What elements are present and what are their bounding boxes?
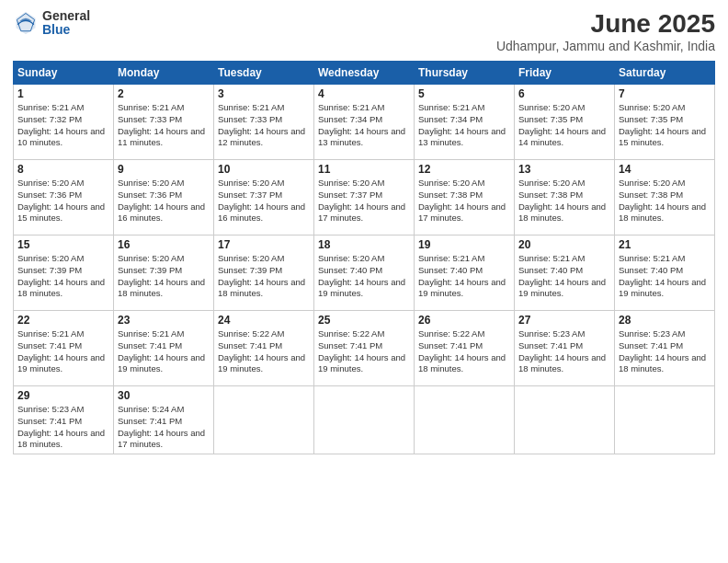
col-monday: Monday: [114, 62, 214, 85]
table-row: [615, 386, 715, 454]
col-thursday: Thursday: [415, 62, 515, 85]
day-info: Sunrise: 5:20 AMSunset: 7:35 PMDaylight:…: [518, 102, 610, 149]
day-number: 7: [619, 87, 711, 100]
month-title: June 2025: [496, 9, 715, 39]
table-row: 23 Sunrise: 5:21 AMSunset: 7:41 PMDaylig…: [114, 311, 214, 386]
table-row: 27 Sunrise: 5:23 AMSunset: 7:41 PMDaylig…: [515, 311, 615, 386]
day-number: 27: [518, 314, 610, 327]
table-row: 29 Sunrise: 5:23 AMSunset: 7:41 PMDaylig…: [14, 386, 114, 454]
table-row: 25 Sunrise: 5:22 AMSunset: 7:41 PMDaylig…: [314, 311, 415, 386]
table-row: 12 Sunrise: 5:20 AMSunset: 7:38 PMDaylig…: [415, 160, 515, 236]
day-info: Sunrise: 5:23 AMSunset: 7:41 PMDaylight:…: [619, 328, 711, 375]
day-info: Sunrise: 5:20 AMSunset: 7:39 PMDaylight:…: [118, 253, 210, 300]
day-number: 12: [418, 163, 510, 176]
day-info: Sunrise: 5:20 AMSunset: 7:37 PMDaylight:…: [318, 178, 410, 224]
day-info: Sunrise: 5:20 AMSunset: 7:40 PMDaylight:…: [318, 253, 410, 300]
day-info: Sunrise: 5:22 AMSunset: 7:41 PMDaylight:…: [418, 328, 510, 375]
day-info: Sunrise: 5:21 AMSunset: 7:40 PMDaylight:…: [418, 253, 510, 300]
calendar-header-row: Sunday Monday Tuesday Wednesday Thursday…: [14, 62, 715, 85]
table-row: [214, 386, 314, 454]
calendar-row: 22 Sunrise: 5:21 AMSunset: 7:41 PMDaylig…: [14, 311, 715, 386]
day-number: 18: [318, 238, 410, 251]
table-row: 17 Sunrise: 5:20 AMSunset: 7:39 PMDaylig…: [214, 236, 314, 311]
table-row: [415, 386, 515, 454]
calendar-row: 1 Sunrise: 5:21 AMSunset: 7:32 PMDayligh…: [14, 85, 715, 160]
page: General Blue June 2025 Udhampur, Jammu a…: [0, 0, 728, 563]
day-number: 26: [418, 314, 510, 327]
day-number: 11: [318, 163, 410, 176]
logo: General Blue: [13, 9, 90, 38]
table-row: 11 Sunrise: 5:20 AMSunset: 7:37 PMDaylig…: [314, 160, 415, 236]
day-info: Sunrise: 5:20 AMSunset: 7:36 PMDaylight:…: [118, 178, 210, 224]
table-row: 6 Sunrise: 5:20 AMSunset: 7:35 PMDayligh…: [515, 85, 615, 160]
table-row: 28 Sunrise: 5:23 AMSunset: 7:41 PMDaylig…: [615, 311, 715, 386]
day-number: 21: [619, 238, 711, 251]
day-info: Sunrise: 5:20 AMSunset: 7:38 PMDaylight:…: [418, 178, 510, 224]
day-info: Sunrise: 5:23 AMSunset: 7:41 PMDaylight:…: [518, 328, 610, 375]
day-number: 14: [619, 163, 711, 176]
day-info: Sunrise: 5:21 AMSunset: 7:34 PMDaylight:…: [418, 102, 510, 149]
table-row: 20 Sunrise: 5:21 AMSunset: 7:40 PMDaylig…: [515, 236, 615, 311]
day-number: 9: [118, 163, 210, 176]
day-info: Sunrise: 5:22 AMSunset: 7:41 PMDaylight:…: [218, 328, 310, 375]
logo-icon: [13, 10, 39, 36]
day-info: Sunrise: 5:20 AMSunset: 7:39 PMDaylight:…: [218, 253, 310, 300]
day-info: Sunrise: 5:24 AMSunset: 7:41 PMDaylight:…: [118, 404, 210, 451]
day-number: 5: [418, 87, 510, 100]
col-tuesday: Tuesday: [214, 62, 314, 85]
table-row: 4 Sunrise: 5:21 AMSunset: 7:34 PMDayligh…: [314, 85, 415, 160]
day-info: Sunrise: 5:20 AMSunset: 7:37 PMDaylight:…: [218, 178, 310, 224]
table-row: 10 Sunrise: 5:20 AMSunset: 7:37 PMDaylig…: [214, 160, 314, 236]
col-friday: Friday: [515, 62, 615, 85]
col-sunday: Sunday: [14, 62, 114, 85]
day-number: 29: [17, 389, 109, 402]
table-row: [314, 386, 415, 454]
day-info: Sunrise: 5:21 AMSunset: 7:41 PMDaylight:…: [17, 328, 109, 375]
day-number: 25: [318, 314, 410, 327]
day-info: Sunrise: 5:22 AMSunset: 7:41 PMDaylight:…: [318, 328, 410, 375]
table-row: 24 Sunrise: 5:22 AMSunset: 7:41 PMDaylig…: [214, 311, 314, 386]
day-number: 30: [118, 389, 210, 402]
day-number: 24: [218, 314, 310, 327]
header: General Blue June 2025 Udhampur, Jammu a…: [13, 9, 715, 53]
day-number: 13: [518, 163, 610, 176]
day-info: Sunrise: 5:21 AMSunset: 7:41 PMDaylight:…: [118, 328, 210, 375]
col-wednesday: Wednesday: [314, 62, 415, 85]
day-number: 22: [17, 314, 109, 327]
calendar: Sunday Monday Tuesday Wednesday Thursday…: [13, 61, 715, 454]
table-row: 3 Sunrise: 5:21 AMSunset: 7:33 PMDayligh…: [214, 85, 314, 160]
day-number: 20: [518, 238, 610, 251]
day-number: 15: [17, 238, 109, 251]
calendar-body: 1 Sunrise: 5:21 AMSunset: 7:32 PMDayligh…: [14, 85, 715, 454]
day-info: Sunrise: 5:21 AMSunset: 7:32 PMDaylight:…: [17, 102, 109, 149]
table-row: 21 Sunrise: 5:21 AMSunset: 7:40 PMDaylig…: [615, 236, 715, 311]
table-row: 5 Sunrise: 5:21 AMSunset: 7:34 PMDayligh…: [415, 85, 515, 160]
day-number: 16: [118, 238, 210, 251]
day-info: Sunrise: 5:21 AMSunset: 7:40 PMDaylight:…: [518, 253, 610, 300]
table-row: 15 Sunrise: 5:20 AMSunset: 7:39 PMDaylig…: [14, 236, 114, 311]
day-number: 28: [619, 314, 711, 327]
day-info: Sunrise: 5:20 AMSunset: 7:38 PMDaylight:…: [518, 178, 610, 224]
calendar-row: 8 Sunrise: 5:20 AMSunset: 7:36 PMDayligh…: [14, 160, 715, 236]
calendar-row: 15 Sunrise: 5:20 AMSunset: 7:39 PMDaylig…: [14, 236, 715, 311]
day-info: Sunrise: 5:20 AMSunset: 7:39 PMDaylight:…: [17, 253, 109, 300]
day-info: Sunrise: 5:20 AMSunset: 7:36 PMDaylight:…: [17, 178, 109, 224]
table-row: 13 Sunrise: 5:20 AMSunset: 7:38 PMDaylig…: [515, 160, 615, 236]
table-row: 30 Sunrise: 5:24 AMSunset: 7:41 PMDaylig…: [114, 386, 214, 454]
day-info: Sunrise: 5:21 AMSunset: 7:33 PMDaylight:…: [218, 102, 310, 149]
table-row: 26 Sunrise: 5:22 AMSunset: 7:41 PMDaylig…: [415, 311, 515, 386]
day-info: Sunrise: 5:20 AMSunset: 7:35 PMDaylight:…: [619, 102, 711, 149]
col-saturday: Saturday: [615, 62, 715, 85]
logo-blue: Blue: [42, 23, 90, 37]
table-row: 18 Sunrise: 5:20 AMSunset: 7:40 PMDaylig…: [314, 236, 415, 311]
day-number: 23: [118, 314, 210, 327]
calendar-row: 29 Sunrise: 5:23 AMSunset: 7:41 PMDaylig…: [14, 386, 715, 454]
logo-text: General Blue: [42, 9, 90, 38]
day-number: 19: [418, 238, 510, 251]
logo-general: General: [42, 9, 90, 23]
table-row: [515, 386, 615, 454]
table-row: 14 Sunrise: 5:20 AMSunset: 7:38 PMDaylig…: [615, 160, 715, 236]
table-row: 22 Sunrise: 5:21 AMSunset: 7:41 PMDaylig…: [14, 311, 114, 386]
table-row: 16 Sunrise: 5:20 AMSunset: 7:39 PMDaylig…: [114, 236, 214, 311]
day-number: 1: [17, 87, 109, 100]
